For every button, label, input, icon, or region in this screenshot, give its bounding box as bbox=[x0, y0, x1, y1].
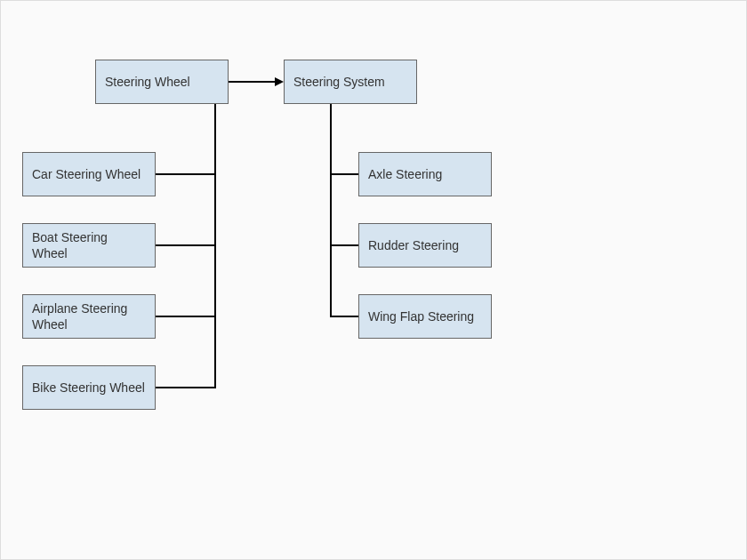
node-label: Steering System bbox=[293, 74, 385, 90]
node-label: Axle Steering bbox=[368, 166, 442, 182]
connector-line bbox=[330, 316, 358, 317]
node-label: Rudder Steering bbox=[368, 237, 459, 253]
connector-line bbox=[330, 173, 358, 175]
connector-line bbox=[156, 316, 216, 317]
node-label: Steering Wheel bbox=[105, 74, 190, 90]
node-steering-system: Steering System bbox=[284, 60, 417, 104]
node-steering-wheel: Steering Wheel bbox=[95, 60, 229, 104]
node-label: Wing Flap Steering bbox=[368, 308, 474, 324]
connector-line bbox=[330, 104, 332, 317]
node-label: Bike Steering Wheel bbox=[32, 380, 145, 396]
node-axle-steering: Axle Steering bbox=[358, 152, 492, 196]
node-rudder-steering: Rudder Steering bbox=[358, 223, 492, 268]
node-airplane-steering-wheel: Airplane Steering Wheel bbox=[22, 294, 156, 339]
node-car-steering-wheel: Car Steering Wheel bbox=[22, 152, 156, 196]
connector-line bbox=[156, 244, 216, 246]
node-wing-flap-steering: Wing Flap Steering bbox=[358, 294, 492, 339]
arrow-right-icon bbox=[275, 77, 284, 86]
node-label: Airplane Steering Wheel bbox=[32, 300, 146, 332]
node-boat-steering-wheel: Boat Steering Wheel bbox=[22, 223, 156, 268]
node-label: Boat Steering Wheel bbox=[32, 229, 146, 261]
connector-line bbox=[330, 244, 358, 246]
connector-line bbox=[214, 104, 216, 388]
node-bike-steering-wheel: Bike Steering Wheel bbox=[22, 365, 156, 410]
connector-line bbox=[156, 173, 216, 175]
connector-line bbox=[156, 387, 216, 388]
node-label: Car Steering Wheel bbox=[32, 166, 141, 182]
connector-line bbox=[229, 81, 277, 83]
